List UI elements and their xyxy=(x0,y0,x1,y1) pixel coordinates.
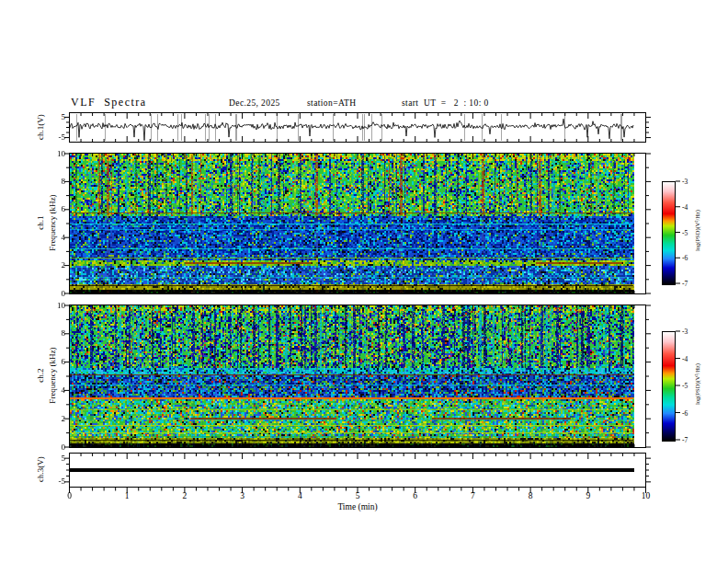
figure-title: VLF Spectra xyxy=(71,96,147,109)
ch1-waveform-panel xyxy=(69,112,646,143)
x-tick-label: 5 xyxy=(347,491,369,501)
ch1-waveform-plot xyxy=(70,113,634,142)
x-tick-label: 3 xyxy=(232,491,254,501)
colorbar-tick-label: -4 xyxy=(682,354,700,364)
x-tick-label: 8 xyxy=(519,491,541,501)
ch2-spectrogram-panel xyxy=(69,304,646,448)
y-tick-label: 0 xyxy=(41,442,65,453)
ch1-spectrogram-plot xyxy=(70,154,634,293)
ch2-spectrogram-plot xyxy=(70,305,634,447)
y-tick-label: -5 xyxy=(41,132,65,143)
x-tick-label: 4 xyxy=(289,491,311,501)
y-tick-label: 8 xyxy=(41,177,65,187)
y-tick-label: 5 xyxy=(41,454,65,464)
colorbar-tick-label: -3 xyxy=(682,327,700,337)
y-tick-label: 10 xyxy=(41,149,65,159)
vlf-spectra-figure: VLF Spectra Dec.25, 2025 station=ATH sta… xyxy=(0,0,728,563)
x-tick-label: 2 xyxy=(174,491,196,501)
colorbar-tick-label: -3 xyxy=(682,177,700,187)
start-ut-label: start UT = 2 : 10: 0 xyxy=(402,98,489,108)
colorbar-tick-label: -6 xyxy=(682,253,700,263)
y-tick-label: 5 xyxy=(41,112,65,122)
y-tick-label: -5 xyxy=(41,477,65,487)
y-tick-label: 6 xyxy=(41,357,65,367)
x-tick-label: 0 xyxy=(59,491,81,501)
x-tick-label: 7 xyxy=(461,491,483,501)
x-tick-label: 10 xyxy=(635,491,657,501)
colorbar-tick-label: -7 xyxy=(682,435,700,445)
colorbar-tick-label: -7 xyxy=(682,279,700,289)
ch3-waveform-plot xyxy=(70,454,634,487)
colorbar-tick-label: -5 xyxy=(682,381,700,391)
y-tick-label: 8 xyxy=(41,328,65,339)
ch1-spectrogram-panel xyxy=(69,153,646,294)
y-tick-label: 4 xyxy=(41,233,65,243)
ch2-frequency-axis-label: Frequency (kHz) xyxy=(48,334,57,417)
colorbar-tick-label: -6 xyxy=(682,408,700,419)
date-label: Dec.25, 2025 xyxy=(229,98,280,108)
x-tick-label: 1 xyxy=(116,491,138,501)
station-label: station=ATH xyxy=(307,98,357,108)
x-tick-label: 6 xyxy=(404,491,427,501)
ch2-channel-axis-label: ch.2 xyxy=(36,335,45,416)
y-tick-label: 10 xyxy=(41,301,65,311)
y-tick-label: 2 xyxy=(41,414,65,424)
colorbar-ch2 xyxy=(662,331,676,442)
ch3-waveform-panel xyxy=(69,453,646,488)
colorbar-ch1 xyxy=(662,181,676,285)
x-tick-label: 9 xyxy=(577,491,599,501)
colorbar-tick-label: -4 xyxy=(682,202,700,213)
ch1-frequency-axis-label: Frequency (kHz) xyxy=(48,181,57,264)
y-tick-label: 4 xyxy=(41,385,65,396)
y-tick-label: 0 xyxy=(41,289,65,299)
ch1-channel-axis-label: ch.1 xyxy=(36,182,45,263)
time-axis-label: Time (min) xyxy=(312,502,404,512)
y-tick-label: 6 xyxy=(41,204,65,214)
colorbar-tick-label: -5 xyxy=(682,228,700,238)
y-tick-label: 2 xyxy=(41,260,65,270)
